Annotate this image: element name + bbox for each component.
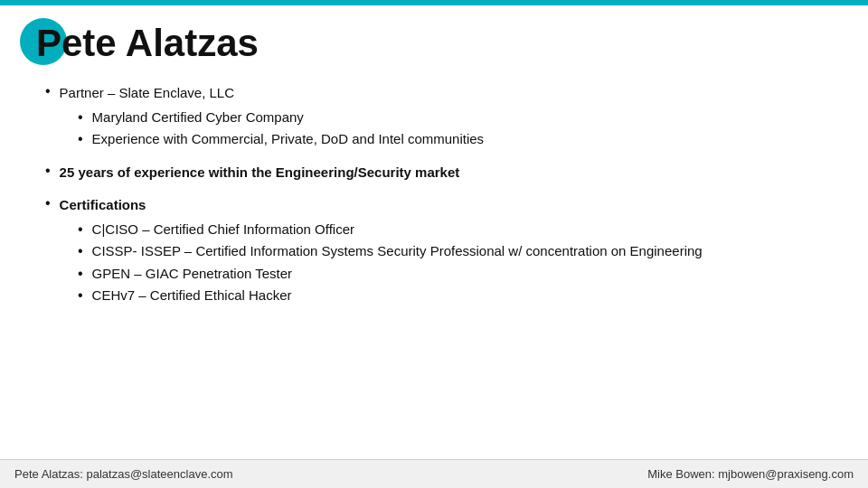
- certs-sub-bullets: • C|CISO – Certified Chief Information O…: [78, 220, 823, 306]
- bullet-section-certs: • Certifications • C|CISO – Certified Ch…: [45, 195, 823, 306]
- bullet-certs: • Certifications: [45, 195, 823, 216]
- sub-dot-cissp: •: [78, 241, 83, 261]
- years-label: 25 years of experience within the Engine…: [60, 163, 460, 183]
- sub-dot-1: •: [78, 108, 83, 127]
- bullet-dot-3: •: [45, 196, 51, 211]
- sub-bullet-experience-text: Experience with Commercial, Private, DoD…: [92, 129, 485, 150]
- sub-bullet-maryland-text: Maryland Certified Cyber Company: [92, 108, 304, 128]
- sub-bullet-experience: • Experience with Commercial, Private, D…: [78, 129, 823, 150]
- bullet-section-partner: • Partner – Slate Enclave, LLC • Marylan…: [45, 83, 823, 150]
- sub-dot-2: •: [78, 129, 83, 149]
- sub-dot-cciso: •: [78, 220, 83, 239]
- sub-bullet-cehv7-text: CEHv7 – Certified Ethical Hacker: [92, 286, 292, 306]
- sub-bullet-cissp-text: CISSP- ISSEP – Certified Information Sys…: [92, 241, 703, 262]
- certs-label: Certifications: [60, 195, 146, 216]
- bullet-years: • 25 years of experience within the Engi…: [45, 163, 823, 183]
- partner-sub-bullets: • Maryland Certified Cyber Company • Exp…: [78, 108, 823, 150]
- sub-bullet-gpen-text: GPEN – GIAC Penetration Tester: [92, 264, 293, 285]
- bullet-partner: • Partner – Slate Enclave, LLC: [45, 83, 823, 104]
- footer-left-contact: Pete Alatzas: palatzas@slateenclave.com: [14, 467, 233, 481]
- footer-right-contact: Mike Bowen: mjbowen@praxiseng.com: [647, 467, 854, 481]
- sub-bullet-cehv7: • CEHv7 – Certified Ethical Hacker: [78, 286, 823, 306]
- title-section: Pete Alatzas: [0, 5, 868, 74]
- sub-bullet-cciso: • C|CISO – Certified Chief Information O…: [78, 220, 823, 240]
- main-content: • Partner – Slate Enclave, LLC • Marylan…: [0, 74, 868, 328]
- bullet-dot-2: •: [45, 164, 51, 178]
- sub-bullet-cissp: • CISSP- ISSEP – Certified Information S…: [78, 241, 823, 262]
- bullet-dot-1: •: [45, 84, 51, 99]
- sub-dot-cehv7: •: [78, 286, 83, 305]
- partner-label: Partner – Slate Enclave, LLC: [60, 83, 234, 104]
- sub-dot-gpen: •: [78, 264, 83, 284]
- page-title: Pete Alatzas: [36, 22, 259, 65]
- sub-bullet-maryland: • Maryland Certified Cyber Company: [78, 108, 823, 128]
- footer: Pete Alatzas: palatzas@slateenclave.com …: [0, 459, 868, 488]
- sub-bullet-cciso-text: C|CISO – Certified Chief Information Off…: [92, 220, 354, 240]
- sub-bullet-gpen: • GPEN – GIAC Penetration Tester: [78, 264, 823, 285]
- bullet-section-years: • 25 years of experience within the Engi…: [45, 163, 823, 183]
